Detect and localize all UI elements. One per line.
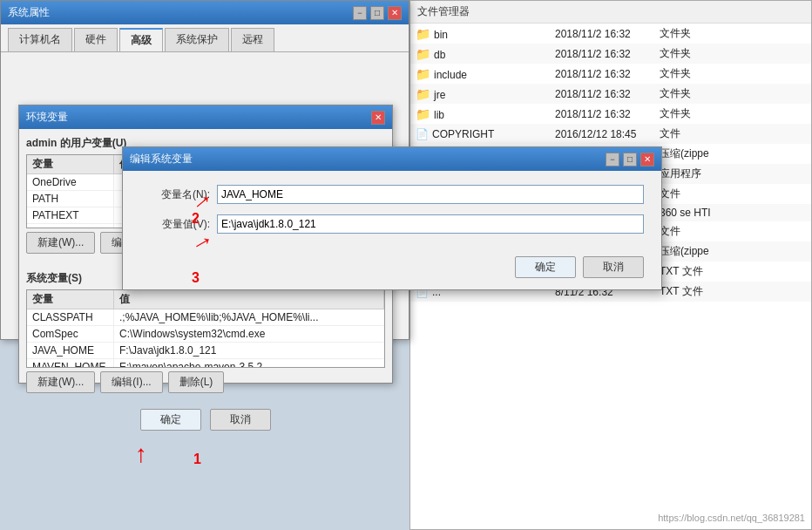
- user-col-var: 变量: [27, 155, 114, 173]
- sys-var-row[interactable]: JAVA_HOME F:\Java\jdk1.8.0_121: [27, 343, 384, 359]
- edit-dialog-content: 变量名(N): 变量值(V):: [123, 171, 661, 253]
- var-name-label: 变量名(N):: [140, 187, 210, 202]
- sys-delete-button[interactable]: 删除(L): [168, 371, 225, 393]
- edit-maximize-btn[interactable]: □: [623, 153, 637, 166]
- file-name-cell: 📁db: [410, 44, 550, 64]
- tab-hardware[interactable]: 硬件: [74, 28, 118, 51]
- file-type-cell: 文件: [654, 124, 811, 144]
- sys-var-name: MAVEN_HOME: [27, 359, 114, 368]
- file-type-cell: 压缩(zippe: [654, 241, 811, 262]
- edit-close-btn[interactable]: ✕: [640, 153, 654, 166]
- file-date-cell: 2018/11/2 16:32: [550, 104, 654, 124]
- user-var-name: PATHEXT: [27, 207, 114, 223]
- var-value-label: 变量值(V):: [140, 217, 210, 232]
- sys-col-var: 变量: [27, 290, 114, 309]
- file-table-row[interactable]: 📁lib 2018/11/2 16:32 文件夹: [410, 104, 811, 124]
- file-type-cell: 文件夹: [654, 24, 811, 44]
- file-type-cell: 压缩(zippe: [654, 144, 811, 164]
- var-value-input[interactable]: [217, 214, 644, 234]
- sys-var-row[interactable]: CLASSPATH .;%JAVA_HOME%\lib;%JAVA_HOME%\…: [27, 309, 384, 326]
- file-type-cell: 文件夹: [654, 104, 811, 124]
- env-panel-title-text: 环境变量: [26, 110, 68, 125]
- minimize-button[interactable]: －: [353, 6, 367, 20]
- sys-var-value: C:\Windows\system32\cmd.exe: [114, 326, 384, 342]
- sys-col-val: 值: [114, 290, 384, 309]
- user-var-name: RUBYOPT: [27, 224, 114, 228]
- user-new-button[interactable]: 新建(W)...: [26, 232, 95, 254]
- file-date-cell: 2018/11/2 16:32: [550, 44, 654, 64]
- titlebar-buttons: － □ ✕: [353, 6, 402, 20]
- file-type-cell: TXT 文件: [654, 282, 811, 302]
- file-type-cell: 文件: [654, 221, 811, 241]
- sys-var-row[interactable]: MAVEN_HOME E:\maven\apache-maven-3.5.2: [27, 359, 384, 368]
- file-name-cell: 📁lib: [410, 104, 550, 124]
- file-type-cell: 应用程序: [654, 164, 811, 184]
- file-name-cell: 📄COPYRIGHT: [410, 124, 550, 144]
- file-name-cell: 📁include: [410, 64, 550, 84]
- edit-dialog: 编辑系统变量 － □ ✕ 变量名(N): 变量值(V): 确定 取消: [122, 146, 662, 290]
- tab-sysprotect[interactable]: 系统保护: [165, 28, 229, 51]
- edit-ok-button[interactable]: 确定: [515, 256, 576, 278]
- tab-remote[interactable]: 远程: [231, 28, 274, 51]
- file-date-cell: 2016/12/12 18:45: [550, 124, 654, 144]
- user-var-name: OneDrive: [27, 174, 114, 190]
- sys-new-button[interactable]: 新建(W)...: [26, 371, 95, 393]
- file-table-row[interactable]: 📄COPYRIGHT 2016/12/12 18:45 文件: [410, 124, 811, 144]
- sys-var-value: F:\Java\jdk1.8.0_121: [114, 343, 384, 358]
- tab-computername[interactable]: 计算机名: [8, 28, 72, 51]
- sys-vars-buttons: 新建(W)... 编辑(I)... 删除(L): [26, 371, 385, 393]
- sys-var-value: E:\maven\apache-maven-3.5.2: [114, 359, 384, 368]
- file-type-cell: 文件: [654, 184, 811, 204]
- sys-props-title: 系统属性: [8, 5, 50, 20]
- file-explorer-header: 文件管理器: [410, 1, 811, 24]
- arrow-1-icon: ↑: [135, 440, 147, 468]
- var-name-row: 变量名(N):: [140, 185, 644, 204]
- sys-vars-header: 变量 值: [27, 290, 384, 309]
- env-ok-button[interactable]: 确定: [140, 409, 201, 431]
- sys-vars-list[interactable]: 变量 值 CLASSPATH .;%JAVA_HOME%\lib;%JAVA_H…: [26, 289, 385, 368]
- maximize-button[interactable]: □: [370, 6, 384, 20]
- sys-var-name: JAVA_HOME: [27, 343, 114, 358]
- sys-var-row[interactable]: ComSpec C:\Windows\system32\cmd.exe: [27, 326, 384, 343]
- user-var-name: PATH: [27, 191, 114, 207]
- file-table-row[interactable]: 📁db 2018/11/2 16:32 文件夹: [410, 44, 811, 64]
- edit-cancel-button[interactable]: 取消: [583, 256, 644, 278]
- file-table-row[interactable]: 📁bin 2018/11/2 16:32 文件夹: [410, 24, 811, 44]
- file-date-cell: 2018/11/2 16:32: [550, 84, 654, 104]
- sys-props-titlebar: 系统属性 － □ ✕: [1, 1, 409, 24]
- file-date-cell: 2018/11/2 16:32: [550, 24, 654, 44]
- edit-minimize-btn[interactable]: －: [606, 153, 619, 166]
- file-table-row[interactable]: 📁include 2018/11/2 16:32 文件夹: [410, 64, 811, 84]
- edit-dialog-buttons: 确定 取消: [123, 253, 661, 285]
- tabs-row: 计算机名 硬件 高级 系统保护 远程: [1, 24, 409, 52]
- file-type-cell: TXT 文件: [654, 262, 811, 282]
- file-name-cell: 📁bin: [410, 24, 550, 44]
- file-table-row[interactable]: 📁jre 2018/11/2 16:32 文件夹: [410, 84, 811, 104]
- file-name-cell: 📁jre: [410, 84, 550, 104]
- sys-var-name: ComSpec: [27, 326, 114, 342]
- file-type-cell: 360 se HTI: [654, 204, 811, 221]
- sys-edit-button[interactable]: 编辑(I)...: [100, 371, 162, 393]
- env-bottom-buttons: 确定 取消: [19, 404, 392, 436]
- file-type-cell: 文件夹: [654, 84, 811, 104]
- file-date-cell: 2018/11/2 16:32: [550, 64, 654, 84]
- file-type-cell: 文件夹: [654, 64, 811, 84]
- close-button[interactable]: ✕: [388, 6, 402, 20]
- sys-vars-wrapper: 变量 值 CLASSPATH .;%JAVA_HOME%\lib;%JAVA_H…: [26, 289, 385, 368]
- sys-var-value: .;%JAVA_HOME%\lib;%JAVA_HOME%\li...: [114, 309, 384, 325]
- sys-var-name: CLASSPATH: [27, 309, 114, 325]
- file-type-cell: 文件夹: [654, 44, 811, 64]
- env-panel-titlebar: 环境变量 ✕: [19, 105, 392, 129]
- arrow-1-num: 1: [193, 452, 201, 467]
- tab-advanced[interactable]: 高级: [119, 28, 163, 51]
- env-close-button[interactable]: ✕: [371, 111, 385, 125]
- var-value-row: 变量值(V):: [140, 214, 644, 234]
- var-name-input[interactable]: [217, 185, 644, 204]
- watermark: https://blog.csdn.net/qq_36819281: [658, 513, 805, 523]
- edit-titlebar-buttons: － □ ✕: [606, 153, 654, 166]
- env-cancel-button[interactable]: 取消: [210, 409, 271, 431]
- edit-dialog-title: 编辑系统变量: [130, 152, 193, 166]
- edit-dialog-titlebar: 编辑系统变量 － □ ✕: [123, 147, 661, 171]
